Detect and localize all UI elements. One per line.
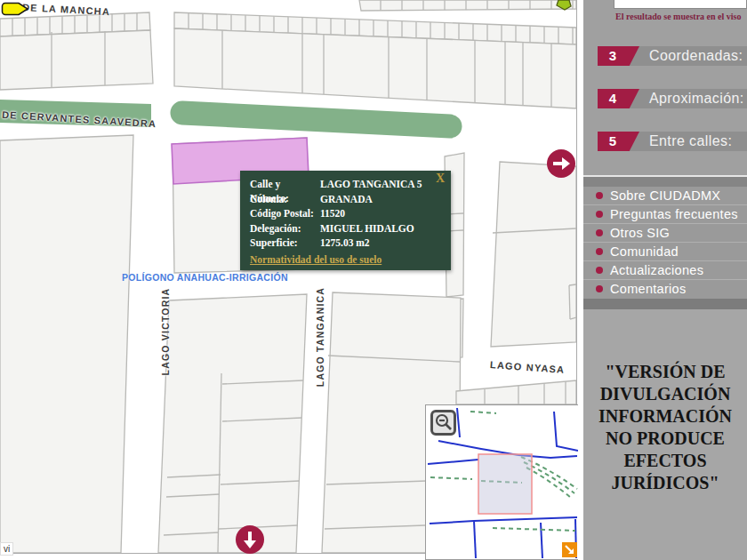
disclaimer-zone: "VERSIÓN DE DIVULGACIÓN INFORMACIÓN NO P… [583, 309, 747, 560]
sidebar-menu: Sobre CIUDADMX Preguntas frecuentes Otro… [583, 187, 747, 299]
sidebar: El resultado se muestra en el viso 3 Coo… [583, 0, 747, 560]
marker-tag-icon [0, 0, 32, 18]
popup-row: Colonia:GRANADA [250, 192, 451, 207]
pan-right-button[interactable] [547, 149, 575, 178]
menu-bullet-icon [596, 192, 603, 199]
menu-item-sobre[interactable]: Sobre CIUDADMX [583, 187, 747, 204]
pin-icon [553, 0, 573, 11]
street-label-tanganica: LAGO TANGANICA [315, 284, 325, 390]
parcel-info-popup: X Calle y Número:LAGO TANGANICA 5 Coloni… [240, 171, 451, 270]
land-use-link[interactable]: Normatividad del uso de suelo [250, 254, 451, 265]
menu-item-comentarios[interactable]: Comentarios [583, 279, 747, 298]
pan-down-button[interactable] [236, 525, 264, 554]
menu-bullet-icon [596, 229, 603, 236]
step-coordinates[interactable]: 3 Coordenadas: [598, 46, 747, 66]
menu-item-actualizaciones[interactable]: Actualizaciones [583, 260, 747, 279]
overview-map[interactable] [425, 404, 578, 560]
polygon-label-anahuac: POLÍGONO ANAHUAC-IRRIGACIÓN [122, 272, 288, 283]
search-input[interactable] [614, 0, 747, 9]
menu-item-comunidad[interactable]: Comunidad [583, 242, 747, 260]
menu-bullet-icon [596, 211, 603, 218]
right-arrow-icon [547, 149, 575, 178]
menu-bullet-icon [596, 267, 603, 274]
down-arrow-icon [236, 525, 264, 554]
menu-item-otros-sig[interactable]: Otros SIG [583, 223, 747, 242]
step-between-streets[interactable]: 5 Entre calles: [598, 132, 747, 151]
popup-row: Delegación:MIGUEL HIDALGO [250, 221, 451, 236]
map-canvas[interactable]: NA DE LA MANCHA DE CERVANTES SAAVEDRA LA… [0, 0, 578, 560]
step-approximation[interactable]: 4 Aproximación: [598, 89, 747, 108]
legal-disclaimer: "VERSIÓN DE DIVULGACIÓN INFORMACIÓN NO P… [583, 361, 747, 494]
popup-row: Superficie:1275.03 m2 [250, 236, 451, 251]
green-median-right [182, 113, 450, 126]
popup-row: Código Postal:11520 [250, 206, 451, 221]
menu-item-preguntas[interactable]: Preguntas frecuentes [583, 204, 747, 223]
expand-icon [562, 542, 577, 557]
result-note: El resultado se muestra en el viso [615, 12, 747, 21]
ciudadmx-gis-app: NA DE LA MANCHA DE CERVANTES SAAVEDRA LA… [0, 0, 747, 560]
popup-row: Calle y Número:LAGO TANGANICA 5 [250, 177, 451, 192]
toggle-overview-button[interactable] [562, 542, 577, 557]
map-attribution: vi [0, 542, 13, 556]
menu-bullet-icon [596, 248, 603, 255]
section-band [583, 177, 747, 187]
menu-bullet-icon [596, 285, 603, 292]
section-band [583, 299, 747, 309]
close-icon[interactable]: X [436, 172, 445, 186]
street-label-victoria: LAGO VICTORIA [160, 278, 171, 385]
zoom-out-button[interactable] [430, 410, 456, 436]
zoom-out-icon [433, 412, 454, 433]
viewport-rectangle[interactable] [478, 454, 532, 514]
